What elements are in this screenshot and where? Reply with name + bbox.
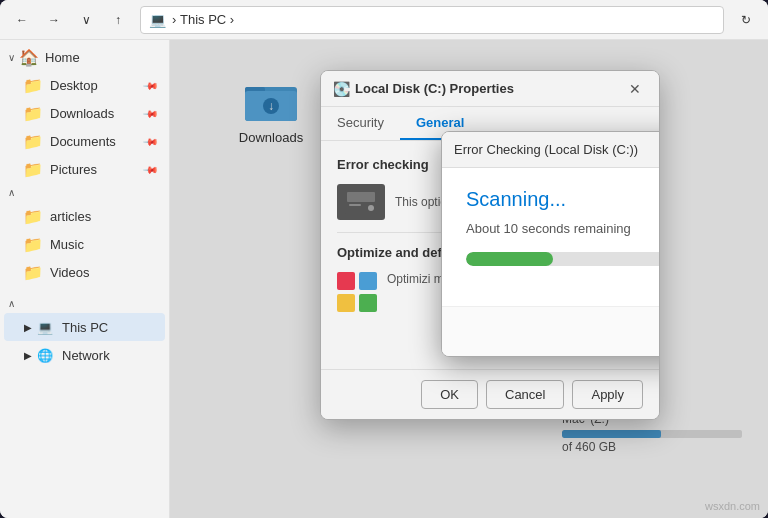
sidebar-home[interactable]: ∨ 🏠 Home bbox=[0, 44, 169, 71]
properties-footer: OK Cancel Apply bbox=[321, 369, 659, 419]
sidebar-item-pictures-label: Pictures bbox=[50, 162, 97, 177]
properties-title-bar: 💽 Local Disk (C:) Properties ✕ bbox=[321, 71, 659, 107]
address-pc-icon: 💻 bbox=[149, 12, 166, 28]
section-chevron-icon: ∧ bbox=[8, 187, 15, 198]
documents-pin-icon: 📌 bbox=[143, 133, 159, 149]
svg-rect-15 bbox=[359, 272, 377, 290]
svg-rect-16 bbox=[337, 294, 355, 312]
properties-apply-button[interactable]: Apply bbox=[572, 380, 643, 409]
error-check-title-bar: Error Checking (Local Disk (C:)) ✕ bbox=[442, 132, 660, 168]
network-expand-icon: ▶ bbox=[24, 350, 32, 361]
refresh-button[interactable]: ↻ bbox=[732, 6, 760, 34]
desktop-folder-icon: 📁 bbox=[24, 76, 42, 94]
sidebar-item-videos[interactable]: 📁 Videos bbox=[4, 258, 165, 286]
sidebar-section-collapse[interactable]: ∧ bbox=[0, 183, 169, 202]
sidebar-item-network[interactable]: ▶ 🌐 Network bbox=[4, 341, 165, 369]
sidebar-item-documents[interactable]: 📁 Documents 📌 bbox=[4, 127, 165, 155]
properties-ok-button[interactable]: OK bbox=[421, 380, 478, 409]
nav-back-button[interactable]: ← bbox=[8, 6, 36, 34]
error-check-footer: Cancel bbox=[442, 306, 660, 356]
properties-dialog-icon: 💽 bbox=[333, 81, 349, 97]
pictures-pin-icon: 📌 bbox=[143, 161, 159, 177]
home-icon: 🏠 bbox=[19, 48, 39, 67]
music-folder-icon: 📁 bbox=[24, 235, 42, 253]
properties-close-button[interactable]: ✕ bbox=[623, 77, 647, 101]
error-check-body: Scanning... About 10 seconds remaining bbox=[442, 168, 660, 306]
nav-forward-button[interactable]: → bbox=[40, 6, 68, 34]
sidebar-item-pictures[interactable]: 📁 Pictures 📌 bbox=[4, 155, 165, 183]
sidebar-item-documents-label: Documents bbox=[50, 134, 116, 149]
videos-folder-icon: 📁 bbox=[24, 263, 42, 281]
sidebar-item-this-pc[interactable]: ▶ 💻 This PC bbox=[4, 313, 165, 341]
network-icon: 🌐 bbox=[36, 346, 54, 364]
articles-folder-icon: 📁 bbox=[24, 207, 42, 225]
properties-cancel-button[interactable]: Cancel bbox=[486, 380, 564, 409]
error-check-dialog: Error Checking (Local Disk (C:)) ✕ Scann… bbox=[441, 131, 660, 357]
explorer-window: ← → ∨ ↑ 💻 › This PC › ↻ ∨ 🏠 Home 📁 Deskt… bbox=[0, 0, 768, 518]
downloads-folder-icon: 📁 bbox=[24, 104, 42, 122]
section2-chevron-icon: ∧ bbox=[8, 298, 15, 309]
title-bar: ← → ∨ ↑ 💻 › This PC › ↻ bbox=[0, 0, 768, 40]
sidebar-item-this-pc-label: This PC bbox=[62, 320, 108, 335]
sidebar-section-collapse2[interactable]: ∧ bbox=[0, 294, 169, 313]
this-pc-expand-icon: ▶ bbox=[24, 322, 32, 333]
nav-up-button[interactable]: ↑ bbox=[104, 6, 132, 34]
nav-down-button[interactable]: ∨ bbox=[72, 6, 100, 34]
sidebar: ∨ 🏠 Home 📁 Desktop 📌 📁 Downloads 📌 📁 Doc… bbox=[0, 40, 170, 518]
tab-security[interactable]: Security bbox=[321, 107, 400, 140]
sidebar-item-articles[interactable]: 📁 articles bbox=[4, 202, 165, 230]
svg-rect-11 bbox=[347, 192, 375, 202]
address-text: › bbox=[172, 12, 176, 27]
svg-rect-14 bbox=[337, 272, 355, 290]
svg-rect-17 bbox=[359, 294, 377, 312]
address-bar[interactable]: 💻 › This PC › bbox=[140, 6, 724, 34]
error-check-title-text: Error Checking (Local Disk (C:)) bbox=[454, 142, 638, 157]
downloads-pin-icon: 📌 bbox=[143, 105, 159, 121]
scan-progress-fill bbox=[466, 252, 553, 266]
desktop-pin-icon: 📌 bbox=[143, 77, 159, 93]
pictures-folder-icon: 📁 bbox=[24, 160, 42, 178]
svg-rect-13 bbox=[349, 204, 361, 206]
main-area: ↓ Downloads Vi bbox=[170, 40, 768, 518]
sidebar-item-downloads[interactable]: 📁 Downloads 📌 bbox=[4, 99, 165, 127]
scan-progress-bar bbox=[466, 252, 660, 266]
sidebar-item-desktop[interactable]: 📁 Desktop 📌 bbox=[4, 71, 165, 99]
address-suffix: › bbox=[230, 12, 234, 27]
this-pc-icon: 💻 bbox=[36, 318, 54, 336]
time-remaining-label: About 10 seconds remaining bbox=[466, 221, 660, 236]
modal-overlay: 💽 Local Disk (C:) Properties ✕ Security … bbox=[170, 40, 768, 518]
sidebar-item-music[interactable]: 📁 Music bbox=[4, 230, 165, 258]
home-label: Home bbox=[45, 50, 80, 65]
home-chevron-icon: ∨ bbox=[8, 52, 15, 63]
svg-point-12 bbox=[368, 205, 374, 211]
sidebar-item-network-label: Network bbox=[62, 348, 110, 363]
properties-title-text: Local Disk (C:) Properties bbox=[355, 81, 623, 96]
address-location: This PC bbox=[180, 12, 226, 27]
sidebar-item-articles-label: articles bbox=[50, 209, 91, 224]
sidebar-item-desktop-label: Desktop bbox=[50, 78, 98, 93]
watermark: wsxdn.com bbox=[705, 500, 760, 512]
main-content: ∨ 🏠 Home 📁 Desktop 📌 📁 Downloads 📌 📁 Doc… bbox=[0, 40, 768, 518]
documents-folder-icon: 📁 bbox=[24, 132, 42, 150]
hdd-icon bbox=[337, 184, 385, 220]
sidebar-item-videos-label: Videos bbox=[50, 265, 90, 280]
sidebar-item-music-label: Music bbox=[50, 237, 84, 252]
scanning-label: Scanning... bbox=[466, 188, 660, 211]
optimize-icon bbox=[337, 272, 377, 312]
sidebar-item-downloads-label: Downloads bbox=[50, 106, 114, 121]
properties-dialog: 💽 Local Disk (C:) Properties ✕ Security … bbox=[320, 70, 660, 420]
